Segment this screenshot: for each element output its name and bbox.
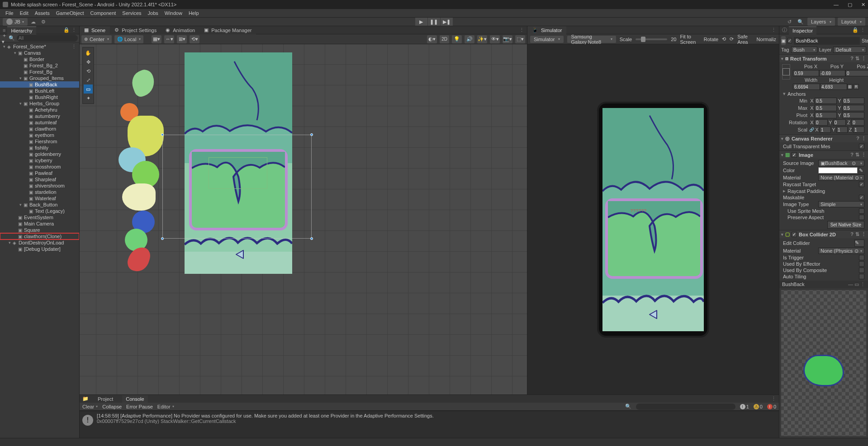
hierarchy-item[interactable]: ▣BushLeft xyxy=(0,88,79,94)
layer-dropdown[interactable]: Default xyxy=(833,47,866,53)
hierarchy-item[interactable]: ▣autumleaf xyxy=(0,119,79,126)
help-icon[interactable]: ? xyxy=(850,56,854,61)
component-menu-icon[interactable]: ⋮ xyxy=(861,56,866,61)
anchor-max-x[interactable] xyxy=(815,105,837,111)
physics-material-field[interactable]: None (Physics⊙ xyxy=(818,248,864,254)
box-collider-enabled-checkbox[interactable]: ✓ xyxy=(792,232,797,237)
rotate-ccw-icon[interactable]: ⟲ xyxy=(722,36,726,42)
info-count[interactable]: !1 xyxy=(740,404,749,409)
hierarchy-item[interactable]: ▣clawthorn xyxy=(0,126,79,132)
rotate-cw-icon[interactable]: ⟳ xyxy=(730,36,734,42)
normalize-button[interactable]: Normaliz xyxy=(757,37,776,42)
tag-dropdown[interactable]: Bush xyxy=(791,47,817,53)
rot-x[interactable] xyxy=(815,119,828,126)
settings-icon[interactable]: ⚙ xyxy=(39,18,47,26)
hand-tool-icon[interactable]: ✋ xyxy=(84,48,93,57)
anchor-preset-button[interactable] xyxy=(782,64,790,80)
inspector-menu-icon[interactable]: ⋮ xyxy=(860,27,865,33)
tab-console[interactable]: Console xyxy=(122,395,147,403)
layout-dropdown[interactable]: Layout xyxy=(838,18,865,26)
used-by-composite-checkbox[interactable] xyxy=(859,268,864,273)
tab-scene[interactable]: ▦Scene xyxy=(80,26,110,34)
error-count[interactable]: !0 xyxy=(767,404,776,409)
editor-dropdown[interactable]: Editor xyxy=(157,404,174,409)
hierarchy-item[interactable]: ▣BushRight xyxy=(0,94,79,100)
menu-jobs[interactable]: Jobs xyxy=(145,9,161,17)
maximize-button[interactable]: ▢ xyxy=(848,2,852,8)
safe-area-button[interactable]: Safe Area xyxy=(737,34,753,45)
preset-icon[interactable]: ⇅ xyxy=(855,56,859,61)
image-enabled-checkbox[interactable]: ✓ xyxy=(792,152,797,158)
edit-collider-button[interactable]: ✎ xyxy=(854,239,864,247)
undo-history-icon[interactable]: ↺ xyxy=(786,18,794,26)
simulator-tabs-menu-icon[interactable]: ⋮ xyxy=(768,27,779,33)
hierarchy-item[interactable]: ▣Achetyhru xyxy=(0,107,79,113)
console-search-input[interactable] xyxy=(636,404,735,410)
hierarchy-item[interactable]: ▣stardelion xyxy=(0,189,79,195)
gameobject-name-input[interactable] xyxy=(794,37,860,45)
box-collider-header[interactable]: ▾▢ ✓ Box Collider 2D ?⇅⋮ xyxy=(779,230,868,238)
hierarchy-item[interactable]: ▣shivershroom xyxy=(0,183,79,189)
preserve-aspect-checkbox[interactable] xyxy=(859,215,864,220)
scale-tool-icon[interactable]: ⤢ xyxy=(84,75,93,85)
anchor-min-x[interactable] xyxy=(815,98,837,104)
hierarchy-item[interactable]: ▣goldenberry xyxy=(0,151,79,157)
scl-y[interactable] xyxy=(836,127,848,133)
account-dropdown[interactable]: JB ▾ xyxy=(3,18,28,26)
tab-simulator[interactable]: 📱Simulator xyxy=(527,26,566,34)
move-tool-icon[interactable]: ✥ xyxy=(84,57,93,66)
console-search-icon[interactable]: 🔍 xyxy=(625,404,631,409)
auto-tiling-checkbox[interactable] xyxy=(859,274,864,279)
hierarchy-item[interactable]: ▣Text (Legacy) xyxy=(0,208,79,214)
hierarchy-item[interactable]: ▣mosshroom xyxy=(0,164,79,170)
image-component-header[interactable]: ▾▧ ✓ Image ?⇅⋮ xyxy=(779,151,868,159)
hierarchy-menu-icon[interactable]: ⋮ xyxy=(71,27,76,33)
hierarchy-item[interactable]: ▣Square xyxy=(0,227,79,233)
layers-dropdown[interactable]: Layers xyxy=(807,18,835,26)
collapse-toggle[interactable]: Collapse xyxy=(102,404,122,409)
maskable-checkbox[interactable]: ✓ xyxy=(859,195,864,200)
hierarchy-item[interactable]: ▾▣Grouped_Items xyxy=(0,75,79,81)
hierarchy-search-input[interactable] xyxy=(17,35,78,42)
hidden-icon[interactable]: 👁▾ xyxy=(490,35,500,43)
width-input[interactable] xyxy=(793,84,820,90)
pivot-y[interactable] xyxy=(842,112,864,118)
raycast-padding-label[interactable]: Raycast Padding xyxy=(787,188,825,194)
snap-increment-icon[interactable]: ↔▾ xyxy=(164,35,174,43)
raw-edit-icon[interactable]: R xyxy=(854,84,859,89)
camera-icon[interactable]: 📷▾ xyxy=(503,35,512,43)
tab-project-settings[interactable]: ⚙Project Settings xyxy=(110,26,161,34)
hierarchy-tab[interactable]: Hierarchy xyxy=(7,26,36,34)
minimize-button[interactable]: — xyxy=(834,2,839,8)
posx-input[interactable] xyxy=(793,70,819,76)
menu-file[interactable]: File xyxy=(3,9,16,17)
space-dropdown[interactable]: 🌐Local xyxy=(114,35,143,43)
warn-count[interactable]: ⚠0 xyxy=(754,404,763,409)
gameobject-active-checkbox[interactable]: ✓ xyxy=(787,38,792,43)
cull-checkbox[interactable]: ✓ xyxy=(859,144,864,149)
hierarchy-item[interactable]: ▾▣Herbs_Group xyxy=(0,100,79,107)
tool-handle-icon[interactable]: ⟲▾ xyxy=(190,35,199,43)
rotate-tool-icon[interactable]: ⟲ xyxy=(84,66,93,75)
canvas-renderer-header[interactable]: ▾◎ Canvas Renderer ?⋮ xyxy=(779,135,868,142)
posz-input[interactable] xyxy=(845,70,868,76)
hierarchy-item[interactable]: ▣Fiershrom xyxy=(0,138,79,145)
use-sprite-mesh-checkbox[interactable] xyxy=(859,208,864,214)
scene-tabs-menu-icon[interactable]: ⋮ xyxy=(517,27,527,33)
hierarchy-item[interactable]: ▣eyethorn xyxy=(0,132,79,138)
preview-header[interactable]: BushBack — ▭ ⋮ xyxy=(779,281,868,288)
pause-button[interactable]: ❚❚ xyxy=(428,18,441,26)
error-pause-toggle[interactable]: Error Pause xyxy=(126,404,153,409)
posy-input[interactable] xyxy=(819,70,845,76)
gizmos-icon[interactable]: ⬚▾ xyxy=(515,35,525,43)
menu-services[interactable]: Services xyxy=(119,9,144,17)
color-field[interactable] xyxy=(818,167,858,174)
scene-viewport[interactable]: ✋ ✥ ⟲ ⤢ ▭ ✦ xyxy=(80,44,527,394)
rect-transform-header[interactable]: ▾⧈ Rect Transform ?⇅⋮ xyxy=(779,55,868,62)
close-button[interactable]: ✕ xyxy=(861,2,865,8)
rot-y[interactable] xyxy=(833,119,846,126)
menu-window[interactable]: Window xyxy=(162,9,185,17)
scale-slider[interactable] xyxy=(636,38,667,40)
menu-help[interactable]: Help xyxy=(186,9,202,17)
pivot-dropdown[interactable]: ⊕Center xyxy=(81,35,112,43)
